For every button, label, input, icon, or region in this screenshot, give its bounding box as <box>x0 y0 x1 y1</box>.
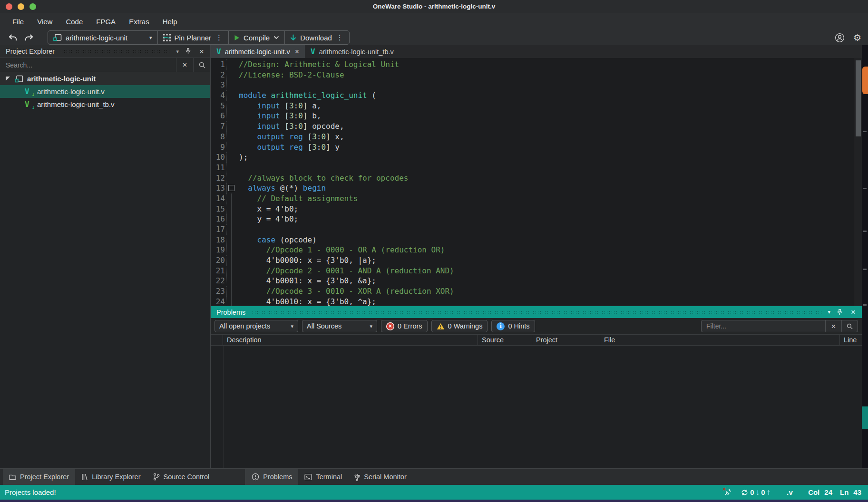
code-line-7[interactable]: 7 input [3:0] opcode, <box>211 121 854 132</box>
chevron-down-icon[interactable] <box>273 36 279 39</box>
expander-icon[interactable] <box>6 77 10 81</box>
column-indicator[interactable]: Col 24 <box>808 488 832 496</box>
warning-filter-badge[interactable]: 0 Warnings <box>431 320 488 332</box>
column-header-Project[interactable]: Project <box>532 335 600 345</box>
column-header-Source[interactable]: Source <box>478 335 532 345</box>
chevron-down-icon[interactable]: ▾ <box>828 309 830 315</box>
code-line-12[interactable]: 12 //always block to check for opcodes <box>211 173 854 183</box>
line-indicator[interactable]: Ln 43 <box>840 488 861 496</box>
fold-gutter <box>226 70 239 80</box>
code-line-24[interactable]: 24 4'b0010: x = {3'b0, ^a}; <box>211 297 854 306</box>
column-header-File[interactable]: File <box>600 335 840 345</box>
problems-table-body[interactable] <box>211 346 862 468</box>
code-line-5[interactable]: 5 input [3:0] a, <box>211 101 854 111</box>
clear-search-icon[interactable]: × <box>176 58 193 72</box>
menu-extras[interactable]: Extras <box>123 16 155 28</box>
column-header-Description[interactable]: Description <box>223 335 478 345</box>
code-line-18[interactable]: 18 case (opcode) <box>211 235 854 245</box>
editor-tab-arithmetic-logic-unit.v[interactable]: Varithmetic-logic-unit.v× <box>211 45 305 58</box>
menu-code[interactable]: Code <box>60 16 88 28</box>
code-line-6[interactable]: 6 input [3:0] b, <box>211 111 854 121</box>
scrollbar-thumb[interactable] <box>856 60 861 136</box>
code-line-3[interactable]: 3 <box>211 80 854 90</box>
bottom-tab-library-explorer[interactable]: Library Explorer <box>75 469 146 485</box>
code-text: case (opcode) <box>239 235 317 245</box>
scope-dropdown[interactable]: All open projects ▾ <box>215 320 298 332</box>
panel-drag-texture[interactable] <box>252 310 821 314</box>
editor-tab-arithmetic-logic-unit_tb.v[interactable]: Varithmetic-logic-unit_tb.v <box>305 45 400 58</box>
editor-scrollbar[interactable] <box>854 58 862 306</box>
code-line-13[interactable]: 13− always @(*) begin <box>211 183 854 193</box>
kebab-menu-icon[interactable]: ⋮ <box>336 33 344 42</box>
error-filter-badge[interactable]: ×0 Errors <box>381 320 428 332</box>
fold-gutter <box>226 235 239 245</box>
problems-filter-input[interactable]: Filter... × <box>701 320 858 332</box>
menu-view[interactable]: View <box>31 16 58 28</box>
code-line-14[interactable]: 14 // Default assignments <box>211 193 854 204</box>
bottom-tab-serial-monitor[interactable]: Serial Monitor <box>348 469 412 485</box>
code-line-22[interactable]: 22 4'b0001: x = {3'b0, &a}; <box>211 276 854 286</box>
search-input[interactable]: Search... <box>0 61 176 69</box>
bottom-tab-source-control[interactable]: Source Control <box>147 469 216 485</box>
close-tab-icon[interactable]: × <box>295 48 299 56</box>
git-sync-indicator[interactable]: 0↓0↑ <box>741 488 770 497</box>
code-line-11[interactable]: 11 <box>211 163 854 173</box>
clear-filter-icon[interactable]: × <box>825 320 841 332</box>
bottom-tab-project-explorer[interactable]: Project Explorer <box>3 469 75 485</box>
compile-button[interactable]: Compile <box>229 31 285 44</box>
column-header-icon[interactable] <box>211 335 223 345</box>
menu-help[interactable]: Help <box>157 16 183 28</box>
code-line-20[interactable]: 20 4'b0000: x = {3'b0, |a}; <box>211 255 854 266</box>
kebab-menu-icon[interactable]: ⋮ <box>215 33 223 42</box>
column-header-Line[interactable]: Line <box>840 335 862 345</box>
pin-planner-button[interactable]: Pin Planner ⋮ <box>158 31 229 44</box>
menu-fpga[interactable]: FPGA <box>90 16 121 28</box>
oneware-studio-window: OneWare Studio - arithmetic-logic-unit.v… <box>0 0 868 502</box>
device-disconnected-icon[interactable]: × <box>723 488 733 497</box>
download-button[interactable]: Download ⋮ <box>285 31 349 44</box>
pin-icon[interactable] <box>183 47 193 56</box>
code-line-23[interactable]: 23 //Opcode 3 - 0010 - XOR A (reduction … <box>211 286 854 297</box>
menu-file[interactable]: File <box>7 16 29 28</box>
tree-item-arithmetic-logic-unit.v[interactable]: V↓arithmetic-logic-unit.v <box>0 85 210 98</box>
code-line-15[interactable]: 15 x = 4'b0; <box>211 204 854 214</box>
code-line-4[interactable]: 4module arithmetic_logic_unit ( <box>211 90 854 101</box>
redo-icon[interactable] <box>23 34 35 41</box>
search-icon[interactable] <box>841 320 858 332</box>
tree-item-arithmetic-logic-unit_tb.v[interactable]: V↓arithmetic-logic-unit_tb.v <box>0 98 210 111</box>
fold-gutter <box>226 90 239 101</box>
code-line-10[interactable]: 10); <box>211 152 854 163</box>
close-icon[interactable]: × <box>848 308 858 317</box>
settings-gear-icon[interactable]: ⚙ <box>853 33 861 42</box>
close-icon[interactable]: × <box>197 47 206 56</box>
account-icon[interactable] <box>835 33 845 43</box>
code-line-2[interactable]: 2//License: BSD-2-Clause <box>211 70 854 80</box>
source-dropdown[interactable]: All Sources ▾ <box>302 320 377 332</box>
sidebar-search[interactable]: Search... × <box>0 58 210 72</box>
fold-marker[interactable]: − <box>226 183 239 193</box>
code-line-21[interactable]: 21 //Opcode 2 - 0001 - AND A (reduction … <box>211 266 854 276</box>
project-explorer-panel: Project Explorer ▾ × Search... × arithme… <box>0 45 211 468</box>
problems-icon <box>252 473 259 481</box>
chevron-down-icon[interactable]: ▾ <box>176 48 179 55</box>
code-line-19[interactable]: 19 //Opcode 1 - 0000 - OR A (reduction O… <box>211 245 854 255</box>
code-line-17[interactable]: 17 <box>211 224 854 235</box>
code-line-1[interactable]: 1//Design: Arithmetic & Logical Unit <box>211 59 854 70</box>
code-line-9[interactable]: 9 output reg [3:0] y <box>211 142 854 153</box>
bottom-tab-problems[interactable]: Problems <box>245 469 298 485</box>
panel-drag-texture[interactable] <box>61 49 170 53</box>
search-icon[interactable] <box>193 58 210 72</box>
hint-filter-badge[interactable]: i0 Hints <box>491 320 535 332</box>
undo-icon[interactable] <box>7 34 19 41</box>
pin-icon[interactable] <box>835 308 844 317</box>
verilog-file-icon: V↓ <box>25 101 33 108</box>
bottom-tab-terminal[interactable]: Terminal <box>298 469 348 485</box>
project-selector[interactable]: arithmetic-logic-unit ▾ <box>48 31 158 44</box>
code-line-16[interactable]: 16 y = 4'b0; <box>211 214 854 224</box>
file-type-indicator[interactable]: .v <box>787 488 793 496</box>
status-bar: Projects loaded! × 0↓0↑ .v Col 24 Ln 43 <box>0 485 868 500</box>
tree-item-arithmetic-logic-unit[interactable]: arithmetic-logic-unit <box>0 72 210 85</box>
code-editor[interactable]: 1//Design: Arithmetic & Logical Unit2//L… <box>211 58 862 306</box>
line-number: 10 <box>211 152 225 163</box>
code-line-8[interactable]: 8 output reg [3:0] x, <box>211 132 854 142</box>
